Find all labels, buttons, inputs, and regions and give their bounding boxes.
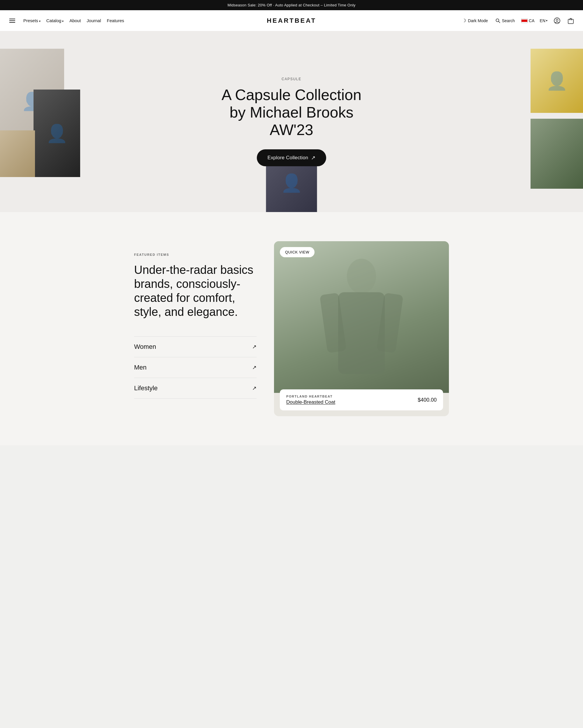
nav-link-features[interactable]: Features — [107, 18, 124, 23]
nav-item-catalog[interactable]: Catalog — [46, 18, 63, 23]
featured-right: QUICK VIEW PORTLAND HEARTBEAT Double-Bre — [274, 241, 449, 416]
svg-point-3 — [556, 19, 558, 21]
locale-button[interactable]: CA — [521, 18, 534, 23]
hero-section: 👤 👤 CAPSULE A Capsule Collection by Mich… — [0, 31, 583, 212]
product-brand: PORTLAND HEARTBEAT — [286, 395, 335, 398]
hero-image-bottom-right — [530, 119, 583, 189]
hamburger-button[interactable] — [8, 18, 16, 24]
account-button[interactable] — [553, 16, 561, 25]
product-price: $400.00 — [418, 397, 437, 403]
featured-left: FEATURED ITEMS Under-the-radar basics br… — [134, 241, 256, 416]
product-image — [274, 241, 449, 393]
nav-links: Presets Catalog About Journal Features — [23, 18, 124, 23]
category-label: Lifestyle — [134, 384, 158, 392]
search-button[interactable]: Search — [494, 17, 516, 24]
category-label: Women — [134, 343, 156, 350]
header-left: Presets Catalog About Journal Features — [8, 18, 124, 24]
hamburger-line — [9, 22, 15, 23]
nav-link-catalog[interactable]: Catalog — [46, 18, 63, 23]
featured-section: FEATURED ITEMS Under-the-radar basics br… — [0, 212, 583, 445]
svg-line-1 — [498, 21, 500, 23]
category-arrow: ↗ — [252, 344, 256, 350]
hero-images-right: 👤 — [525, 31, 583, 212]
featured-title: Under-the-radar basics brands, conscious… — [134, 263, 256, 319]
hero-image-bottom-left — [0, 130, 35, 177]
nav-link-about[interactable]: About — [70, 18, 81, 23]
category-list: Women ↗ Men ↗ Lifestyle ↗ — [134, 336, 256, 399]
moon-icon: ☽ — [462, 18, 466, 23]
hamburger-line — [9, 20, 15, 21]
language-button[interactable]: EN — [540, 18, 548, 23]
category-item-men[interactable]: Men ↗ — [134, 357, 256, 378]
hero-center: CAPSULE A Capsule Collection by Michael … — [204, 65, 379, 178]
person-figure: 👤 — [33, 89, 80, 177]
svg-rect-6 — [338, 292, 385, 374]
coat-figure — [315, 247, 408, 387]
hero-title: A Capsule Collection by Michael Brooks A… — [216, 86, 367, 138]
category-label: Men — [134, 364, 147, 371]
featured-inner: FEATURED ITEMS Under-the-radar basics br… — [117, 241, 466, 416]
bag-icon — [568, 18, 574, 24]
nav-link-journal[interactable]: Journal — [87, 18, 101, 23]
nav-item-presets[interactable]: Presets — [23, 18, 40, 23]
svg-point-5 — [347, 259, 376, 294]
hero-image-top-right: 👤 — [530, 49, 583, 113]
product-details: PORTLAND HEARTBEAT Double-Breasted Coat — [286, 395, 335, 405]
language-label: EN — [540, 18, 546, 23]
svg-rect-4 — [568, 19, 573, 24]
category-arrow: ↗ — [252, 385, 256, 391]
site-logo[interactable]: HEARTBEAT — [267, 17, 316, 25]
announcement-bar: Midseason Sale: 20% Off · Auto Applied a… — [0, 0, 583, 10]
user-icon — [554, 18, 560, 24]
category-arrow: ↗ — [252, 364, 256, 371]
category-item-lifestyle[interactable]: Lifestyle ↗ — [134, 378, 256, 399]
category-item-women[interactable]: Women ↗ — [134, 337, 256, 357]
locale-label: CA — [529, 18, 534, 23]
nav-item-about[interactable]: About — [70, 18, 81, 23]
person-figure: 👤 — [530, 49, 583, 113]
announcement-text: Midseason Sale: 20% Off · Auto Applied a… — [227, 3, 355, 7]
nav-link-presets[interactable]: Presets — [23, 18, 40, 23]
header-right: ☽ Dark Mode Search CA EN — [461, 16, 575, 25]
cart-button[interactable] — [567, 16, 575, 25]
flag-icon — [521, 18, 528, 23]
hamburger-line — [9, 19, 15, 19]
nav-item-features[interactable]: Features — [107, 18, 124, 23]
product-card: QUICK VIEW PORTLAND HEARTBEAT Double-Bre — [274, 241, 449, 416]
product-info-bar: PORTLAND HEARTBEAT Double-Breasted Coat … — [280, 389, 443, 410]
nav-item-journal[interactable]: Journal — [87, 18, 101, 23]
hero-image-mid-left: 👤 — [33, 89, 80, 177]
quick-view-button[interactable]: QUICK VIEW — [280, 247, 314, 257]
explore-collection-button[interactable]: Explore Collection — [257, 149, 326, 166]
dark-mode-button[interactable]: ☽ Dark Mode — [461, 17, 489, 25]
product-name[interactable]: Double-Breasted Coat — [286, 399, 335, 405]
hero-images-left: 👤 👤 — [0, 31, 82, 212]
dark-mode-label: Dark Mode — [468, 18, 488, 23]
featured-eyebrow: FEATURED ITEMS — [134, 253, 256, 256]
hero-eyebrow: CAPSULE — [216, 77, 367, 81]
header: Presets Catalog About Journal Features H… — [0, 10, 583, 31]
search-icon — [496, 18, 500, 23]
search-label: Search — [502, 18, 515, 23]
